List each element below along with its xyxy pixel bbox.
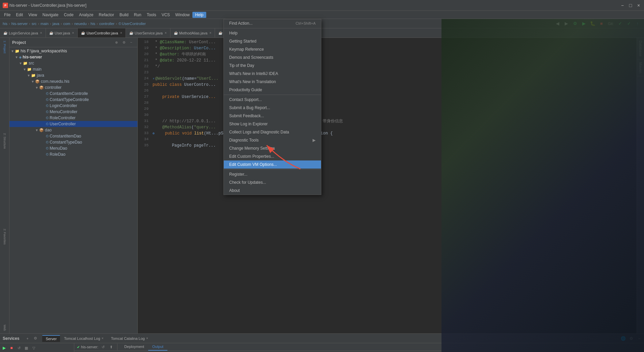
productivity-label: Productivity Guide	[229, 87, 262, 92]
menu-collect-logs[interactable]: Collect Logs and Diagnostic Data	[224, 128, 321, 136]
menu-check-updates[interactable]: Check for Updates...	[224, 178, 321, 186]
edit-custom-vm-label: Edit Custom VM Options...	[229, 162, 277, 167]
menu-sep-1	[224, 95, 321, 95]
diagnostic-tools-label: Diagnostic Tools	[229, 138, 259, 143]
memory-settings-label: Change Memory Settings	[229, 146, 275, 151]
demos-label: Demos and Screencasts	[229, 55, 273, 60]
menu-help-item[interactable]: Help	[224, 29, 321, 37]
about-label: About	[229, 188, 240, 193]
find-action-shortcut: Ctrl+Shift+A	[296, 21, 316, 25]
menu-memory-settings[interactable]: Change Memory Settings	[224, 144, 321, 152]
menu-getting-started[interactable]: Getting Started	[224, 37, 321, 45]
menu-edit-custom-vm[interactable]: Edit Custom VM Options...	[224, 160, 321, 169]
menu-whats-new-translation[interactable]: What's New in Translation	[224, 78, 321, 86]
menu-keymap[interactable]: Keymap Reference	[224, 45, 321, 53]
collect-logs-label: Collect Logs and Diagnostic Data	[229, 130, 289, 134]
menu-tip[interactable]: Tip of the Day	[224, 61, 321, 70]
menu-contact-support[interactable]: Contact Support...	[224, 96, 321, 104]
edit-custom-props-label: Edit Custom Properties...	[229, 154, 274, 159]
submit-bug-label: Submit a Bug Report...	[229, 105, 270, 110]
find-action-item[interactable]: Find Action... Ctrl+Shift+A	[224, 19, 321, 27]
menu-demos[interactable]: Demos and Screencasts	[224, 53, 321, 61]
help-dropdown: Find Action... Ctrl+Shift+A Help Getting…	[223, 19, 321, 195]
submit-feedback-label: Submit Feedback...	[229, 114, 264, 118]
whats-new-translation-label: What's New in Translation	[229, 79, 276, 84]
register-label: Register...	[229, 172, 247, 177]
show-log-label: Show Log in Explorer	[229, 122, 268, 126]
menu-submit-feedback[interactable]: Submit Feedback...	[224, 112, 321, 120]
menu-sep-2	[224, 169, 321, 170]
menu-sep-0	[224, 28, 321, 28]
dropdown-overlay: Find Action... Ctrl+Shift+A Help Getting…	[0, 0, 644, 352]
contact-support-label: Contact Support...	[229, 97, 262, 102]
menu-edit-custom-props[interactable]: Edit Custom Properties...	[224, 152, 321, 160]
menu-submit-bug[interactable]: Submit a Bug Report...	[224, 104, 321, 112]
menu-show-log[interactable]: Show Log in Explorer	[224, 120, 321, 128]
menu-diagnostic-tools[interactable]: Diagnostic Tools ▶	[224, 136, 321, 144]
menu-about[interactable]: About	[224, 186, 321, 195]
menu-productivity[interactable]: Productivity Guide	[224, 86, 321, 94]
help-label: Help	[229, 31, 238, 35]
menu-register[interactable]: Register...	[224, 170, 321, 178]
whats-new-intellij-label: What's New in IntelliJ IDEA	[229, 71, 278, 76]
find-action-label: Find Action...	[229, 21, 252, 26]
diagnostic-tools-arrow: ▶	[313, 138, 316, 143]
getting-started-label: Getting Started	[229, 39, 257, 44]
check-updates-label: Check for Updates...	[229, 180, 266, 185]
menu-whats-new-intellij[interactable]: What's New in IntelliJ IDEA	[224, 70, 321, 78]
tip-label: Tip of the Day	[229, 63, 254, 68]
keymap-label: Keymap Reference	[229, 47, 264, 52]
